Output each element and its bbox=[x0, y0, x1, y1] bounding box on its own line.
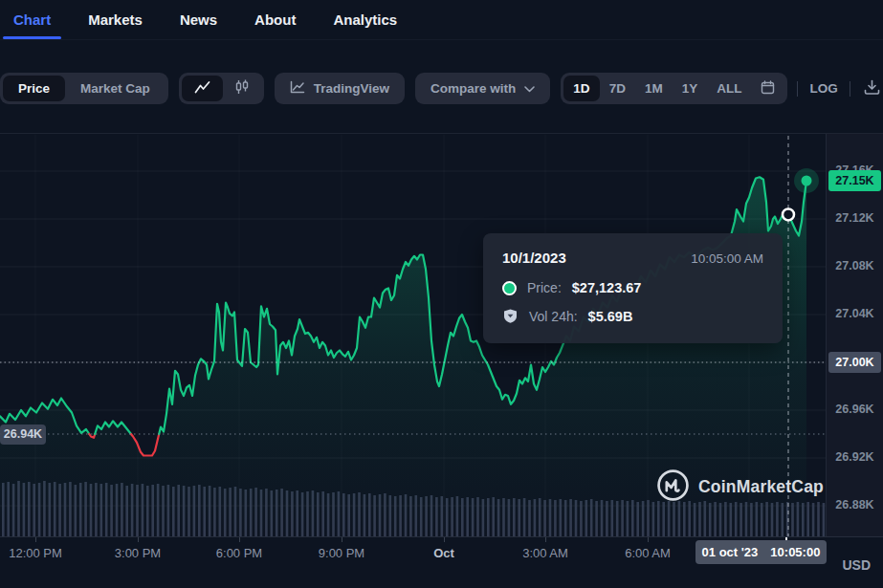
chart-type-toggle bbox=[179, 73, 264, 104]
tradingview-button[interactable]: TradingView bbox=[275, 73, 405, 104]
calendar-icon bbox=[761, 80, 775, 98]
tradingview-label: TradingView bbox=[314, 81, 389, 96]
metric-toggle: Price Market Cap bbox=[0, 73, 168, 104]
price-series-icon bbox=[502, 281, 517, 295]
coinmarketcap-chart-page: Chart Markets News About Analytics Price… bbox=[0, 0, 883, 588]
x-axis-label: 9:00 PM bbox=[319, 546, 364, 560]
download-icon bbox=[864, 79, 880, 98]
crosshair-price-badge: 27.00K bbox=[828, 352, 881, 373]
x-axis-label: Oct bbox=[433, 546, 454, 560]
y-axis-label: 26.88K bbox=[827, 498, 883, 512]
volume-bar bbox=[806, 502, 809, 536]
chevron-down-icon bbox=[524, 81, 535, 96]
y-axis-label: 27.04K bbox=[827, 307, 883, 320]
range-1m-button[interactable]: 1M bbox=[635, 76, 673, 101]
tab-chart[interactable]: Chart bbox=[13, 0, 51, 39]
range-1y-button[interactable]: 1Y bbox=[673, 76, 708, 101]
tradingview-icon bbox=[290, 80, 305, 97]
volume-bar bbox=[817, 502, 820, 536]
x-axis-label: 6:00 AM bbox=[625, 546, 671, 560]
x-axis-tick bbox=[138, 537, 139, 542]
tooltip-vol-label: Vol 24h: bbox=[529, 309, 578, 324]
x-axis-label: 3:00 PM bbox=[115, 546, 161, 560]
last-price-marker bbox=[802, 176, 812, 186]
x-axis-tick bbox=[35, 537, 36, 542]
candlestick-icon bbox=[235, 79, 249, 98]
compare-with-label: Compare with bbox=[430, 81, 516, 96]
range-selector: 1D 7D 1M 1Y ALL bbox=[561, 73, 787, 104]
x-axis-label: 6:00 PM bbox=[216, 546, 262, 560]
y-axis-label: 27.08K bbox=[827, 259, 883, 272]
line-chart-icon bbox=[194, 80, 210, 98]
tab-about[interactable]: About bbox=[254, 0, 296, 39]
y-axis-panel: 26.88K26.92K26.96K27.00K27.04K27.08K27.1… bbox=[826, 134, 883, 536]
market-cap-toggle-button[interactable]: Market Cap bbox=[65, 76, 166, 101]
y-axis-label: 27.12K bbox=[827, 211, 883, 225]
coinmarketcap-watermark: CoinMarketCap bbox=[656, 468, 824, 506]
price-chart-container: 26.88K26.92K26.96K27.00K27.04K27.08K27.1… bbox=[0, 133, 883, 588]
toolbar-right-group: 1D 7D 1M 1Y ALL LOG bbox=[561, 73, 883, 104]
x-axis-tick bbox=[342, 537, 342, 542]
tooltip-vol-value: $5.69B bbox=[588, 309, 633, 324]
watermark-text: CoinMarketCap bbox=[698, 477, 824, 497]
y-axis-label: 26.92K bbox=[827, 450, 883, 464]
x-axis-label: 3:00 AM bbox=[522, 546, 568, 560]
tab-markets[interactable]: Markets bbox=[88, 0, 143, 39]
tooltip-date: 10/1/2023 bbox=[502, 250, 566, 266]
open-price-label: 26.94K bbox=[0, 425, 46, 445]
x-axis-tick bbox=[239, 537, 240, 542]
chart-toolbar: Price Market Cap bbox=[0, 73, 879, 104]
toolbar-separator bbox=[797, 81, 798, 97]
y-axis-label: 26.96K bbox=[827, 403, 883, 416]
line-chart-type-button[interactable] bbox=[182, 76, 223, 101]
price-toggle-button[interactable]: Price bbox=[3, 76, 65, 101]
x-axis-strip: 01 oct '23 10:05:00 USD 12:00 PM3:00 PM6… bbox=[0, 536, 883, 588]
hovered-point-marker bbox=[783, 208, 794, 220]
crosshair-time-badge: 01 oct '23 10:05:00 bbox=[695, 540, 827, 564]
toolbar-separator bbox=[850, 81, 850, 97]
log-scale-button[interactable]: LOG bbox=[807, 81, 839, 96]
date-range-button[interactable] bbox=[751, 76, 784, 101]
volume-bar bbox=[812, 503, 815, 536]
compare-with-button[interactable]: Compare with bbox=[415, 73, 550, 104]
tooltip-price-label: Price: bbox=[527, 280, 562, 295]
range-1d-button[interactable]: 1D bbox=[563, 76, 599, 101]
tab-analytics[interactable]: Analytics bbox=[333, 0, 397, 39]
volume-shield-icon bbox=[502, 308, 519, 324]
price-chart-plot[interactable] bbox=[0, 134, 883, 588]
currency-unit-label: USD bbox=[842, 557, 871, 573]
tooltip-price-value: $27,123.67 bbox=[572, 280, 642, 295]
candlestick-chart-type-button[interactable] bbox=[223, 76, 261, 101]
download-chart-button[interactable] bbox=[860, 76, 883, 101]
tooltip-time: 10:05:00 AM bbox=[691, 251, 763, 266]
crosshair-time-label: 10:05:00 bbox=[770, 545, 820, 559]
volume-bar bbox=[823, 503, 826, 536]
x-axis-tick bbox=[444, 537, 445, 542]
x-axis-tick bbox=[648, 537, 649, 542]
coinmarketcap-logo-icon bbox=[656, 468, 690, 506]
crosshair-date-label: 01 oct '23 bbox=[702, 545, 759, 559]
top-navigation: Chart Markets News About Analytics bbox=[0, 0, 883, 40]
range-7d-button[interactable]: 7D bbox=[600, 76, 635, 101]
chart-tooltip: 10/1/2023 10:05:00 AM Price: $27,123.67 … bbox=[483, 233, 783, 343]
range-all-button[interactable]: ALL bbox=[707, 76, 751, 101]
x-axis-label: 12:00 PM bbox=[9, 546, 62, 560]
current-price-badge: 27.15K bbox=[828, 170, 881, 191]
x-axis-tick bbox=[545, 537, 546, 542]
tab-news[interactable]: News bbox=[180, 0, 217, 39]
